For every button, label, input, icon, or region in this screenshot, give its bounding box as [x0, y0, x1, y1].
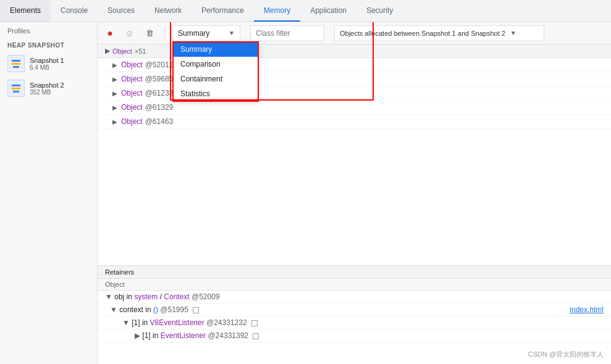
retainer-row-4-text: ▶ [1] in EventListener @24331392: [135, 331, 259, 340]
retainers-col-header: Object: [98, 279, 611, 291]
snapshot-filter-text: Objects allocated between Snapshot 1 and…: [340, 30, 505, 37]
dropdown-option-summary[interactable]: Summary: [173, 42, 258, 57]
r2-id: @51995: [160, 305, 188, 314]
tab-security[interactable]: Security: [356, 0, 403, 22]
toolbar-divider: [164, 27, 165, 39]
row5-id: @61463: [145, 117, 174, 126]
content-area: ● ⊘ 🗑 Summary ▼ Summary Comparison Conta…: [98, 22, 611, 364]
tab-console[interactable]: Console: [51, 0, 98, 22]
row3-class: Object: [121, 89, 143, 97]
class-filter-input[interactable]: [250, 25, 324, 41]
watermark: CSDN @背太阳的牧羊人: [528, 350, 604, 359]
row3-arrow-icon: ▶: [112, 90, 117, 97]
snapshot-icon-inner-1: [12, 59, 20, 68]
snapshot-bar-5: [12, 88, 20, 89]
snapshot-icon-inner-2: [12, 84, 20, 93]
tab-network[interactable]: Network: [145, 0, 192, 22]
r3-square-icon: [251, 320, 258, 326]
retainer-row-4-left: ▶ [1] in EventListener @24331392: [135, 331, 259, 340]
arrow-down-1: ▼: [105, 292, 112, 301]
object-row-4[interactable]: ▶ Object @61329: [98, 101, 611, 115]
r1-obj: obj in: [114, 292, 134, 301]
snapshot-icon-2: [7, 80, 25, 97]
row1-id: @52011: [145, 60, 174, 69]
r4-square-icon: [253, 333, 259, 339]
tab-performance[interactable]: Performance: [192, 0, 254, 22]
view-dropdown[interactable]: Summary ▼: [172, 25, 240, 41]
object-section-class: Object: [112, 48, 132, 55]
tab-memory[interactable]: Memory: [254, 0, 300, 22]
stop-button[interactable]: ⊘: [122, 26, 137, 41]
snapshot-size-1: 6.4 MB: [30, 64, 64, 71]
tab-sources[interactable]: Sources: [98, 0, 145, 22]
top-navigation: Elements Console Sources Network Perform…: [0, 0, 611, 22]
r4-class: EventListener: [161, 331, 206, 340]
r4-id: @24331392: [208, 331, 248, 340]
r2-paren: (): [153, 305, 158, 314]
snapshot-item-2[interactable]: Snapshot 2 352 MB: [0, 76, 97, 101]
sidebar: Profiles HEAP SNAPSHOT Snapshot 1 6.4 MB: [0, 22, 98, 364]
dropdown-arrow-icon: ▼: [229, 30, 235, 36]
retainer-row-3-left: ▼ [1] in V8EventListener @24331232: [122, 318, 258, 327]
object-row-5[interactable]: ▶ Object @61463: [98, 115, 611, 129]
retainer-row-1-left: ▼ obj in system / Context @52009: [105, 292, 220, 301]
main-container: Profiles HEAP SNAPSHOT Snapshot 1 6.4 MB: [0, 22, 611, 364]
row1-arrow-icon: ▶: [112, 62, 117, 68]
r2-square-icon: [193, 307, 199, 313]
r1-system: system: [134, 292, 158, 301]
snapshot-bar-2: [12, 63, 20, 65]
snapshot-icon-1: [7, 55, 25, 72]
snapshot-name-1: Snapshot 1: [30, 57, 64, 64]
toolbar: ● ⊘ 🗑 Summary ▼ Summary Comparison Conta…: [98, 22, 611, 44]
sidebar-section-title: HEAP SNAPSHOT: [0, 39, 97, 51]
r1-id: @52009: [192, 292, 220, 301]
retainer-row-4[interactable]: ▶ [1] in EventListener @24331392: [98, 329, 611, 342]
retainer-row-2-left: ▼ context in () @51995: [110, 305, 199, 314]
retainer-row-2-text: ▼ context in () @51995: [110, 305, 199, 314]
tab-elements[interactable]: Elements: [0, 0, 51, 22]
snapshot-name-2: Snapshot 2: [30, 81, 64, 89]
retainer-row-3[interactable]: ▼ [1] in V8EventListener @24331232: [98, 316, 611, 329]
snapshot-size-2: 352 MB: [30, 89, 64, 96]
r2-link[interactable]: index.html: [570, 305, 604, 314]
record-button[interactable]: ●: [103, 26, 117, 41]
row3-id: @61233: [145, 89, 174, 97]
retainer-row-2-link[interactable]: index.html: [570, 305, 604, 314]
snapshot-bar-4: [12, 85, 20, 86]
row1-class: Object: [121, 60, 143, 69]
arrow-down-3: ▼: [122, 318, 130, 327]
r4-bracket: [1] in: [142, 331, 160, 340]
r3-class: V8EventListener: [150, 318, 204, 327]
retainer-row-3-text: ▼ [1] in V8EventListener @24331232: [122, 318, 258, 327]
arrow-down-2: ▼: [110, 305, 117, 314]
snapshot-filter-dropdown[interactable]: Objects allocated between Snapshot 1 and…: [334, 25, 544, 41]
sidebar-profiles-label: Profiles: [0, 22, 97, 39]
row4-id: @61329: [145, 103, 174, 112]
dropdown-option-containment[interactable]: Containment: [173, 72, 258, 86]
snapshot-item-1[interactable]: Snapshot 1 6.4 MB: [0, 51, 97, 76]
row4-arrow-icon: ▶: [112, 104, 117, 111]
retainers-section: Retainers Object ▼ obj in system / Conte…: [98, 265, 611, 364]
view-dropdown-menu: Summary Comparison Containment Statistic…: [172, 41, 259, 102]
dropdown-option-comparison[interactable]: Comparison: [173, 57, 258, 72]
view-dropdown-section: Summary ▼ Summary Comparison Containment…: [172, 25, 240, 41]
clear-button[interactable]: 🗑: [142, 26, 157, 41]
arrow-right-4: ▶: [135, 331, 140, 340]
object-section-badge: ×51: [135, 48, 146, 55]
retainer-row-2[interactable]: ▼ context in () @51995 index.html: [98, 304, 611, 316]
row2-arrow-icon: ▶: [112, 76, 117, 83]
row4-class: Object: [121, 103, 143, 112]
r2-context: context in: [119, 305, 153, 314]
r1-context: Context: [164, 292, 189, 301]
retainers-header: Retainers: [98, 266, 611, 279]
row5-arrow-icon: ▶: [112, 118, 117, 125]
r3-id: @24331232: [206, 318, 247, 327]
view-dropdown-text: Summary: [178, 29, 226, 38]
dropdown-option-statistics[interactable]: Statistics: [173, 86, 258, 101]
tab-application[interactable]: Application: [300, 0, 356, 22]
row2-class: Object: [121, 75, 143, 83]
snapshot-filter-arrow: ▼: [510, 30, 516, 36]
retainer-row-1[interactable]: ▼ obj in system / Context @52009: [98, 291, 611, 304]
row2-id: @59685: [145, 75, 174, 83]
retainer-row-1-text: ▼ obj in system / Context @52009: [105, 292, 220, 301]
